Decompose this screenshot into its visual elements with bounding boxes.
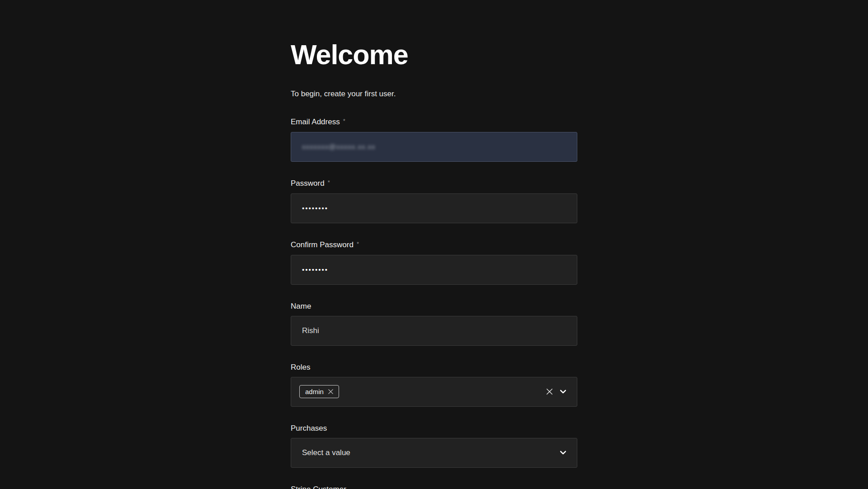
field-label-row: Purchases: [291, 424, 577, 433]
chevron-down-icon[interactable]: [559, 388, 567, 395]
field-label-row: Roles: [291, 363, 577, 371]
email-blurred-value: xxxxxxx@xxxxx.xx.xx: [302, 143, 376, 150]
chip-label: admin: [305, 388, 324, 395]
page-subtitle: To begin, create your first user.: [291, 90, 577, 98]
password-masked-value: ••••••••: [302, 204, 328, 212]
field-label-row: Email Address*: [291, 118, 577, 127]
chevron-down-icon[interactable]: [559, 449, 567, 456]
create-first-user-page: Welcome To begin, create your first user…: [291, 0, 577, 489]
field-password: Password* ••••••••: [291, 179, 577, 223]
chip-remove-icon[interactable]: [328, 389, 334, 395]
purchases-label: Purchases: [291, 424, 327, 433]
roles-multiselect[interactable]: admin: [291, 377, 577, 407]
select-controls: [559, 449, 567, 456]
field-label-row: Stripe Customer: [291, 485, 577, 489]
name-input[interactable]: Rishi: [291, 316, 577, 346]
field-purchases: Purchases Select a value: [291, 424, 577, 468]
confirm-password-input[interactable]: ••••••••: [291, 255, 577, 285]
field-name: Name Rishi: [291, 302, 577, 346]
name-value: Rishi: [302, 326, 319, 335]
name-label: Name: [291, 302, 311, 310]
purchases-select[interactable]: Select a value: [291, 438, 577, 468]
field-label-row: Name: [291, 302, 577, 310]
stripe-customer-label: Stripe Customer: [291, 485, 346, 489]
confirm-password-masked-value: ••••••••: [302, 266, 328, 273]
create-user-form: Email Address* xxxxxxx@xxxxx.xx.xx Passw…: [291, 118, 577, 489]
password-input[interactable]: ••••••••: [291, 193, 577, 223]
select-controls: [545, 387, 567, 396]
field-label-row: Confirm Password*: [291, 241, 577, 249]
required-asterisk: *: [357, 240, 359, 247]
field-email: Email Address* xxxxxxx@xxxxx.xx.xx: [291, 118, 577, 162]
field-label-row: Password*: [291, 179, 577, 188]
clear-icon[interactable]: [545, 387, 554, 396]
confirm-password-label: Confirm Password: [291, 240, 354, 249]
field-confirm-password: Confirm Password* ••••••••: [291, 241, 577, 285]
field-stripe-customer: Stripe Customer: [291, 485, 577, 489]
roles-chip-admin[interactable]: admin: [299, 385, 339, 398]
required-asterisk: *: [343, 118, 345, 124]
password-label: Password: [291, 179, 325, 188]
roles-label: Roles: [291, 363, 310, 371]
email-label: Email Address: [291, 118, 340, 126]
email-input[interactable]: xxxxxxx@xxxxx.xx.xx: [291, 132, 577, 162]
field-roles: Roles admin: [291, 363, 577, 407]
page-title: Welcome: [291, 41, 577, 69]
purchases-placeholder: Select a value: [302, 448, 350, 457]
required-asterisk: *: [328, 179, 330, 186]
